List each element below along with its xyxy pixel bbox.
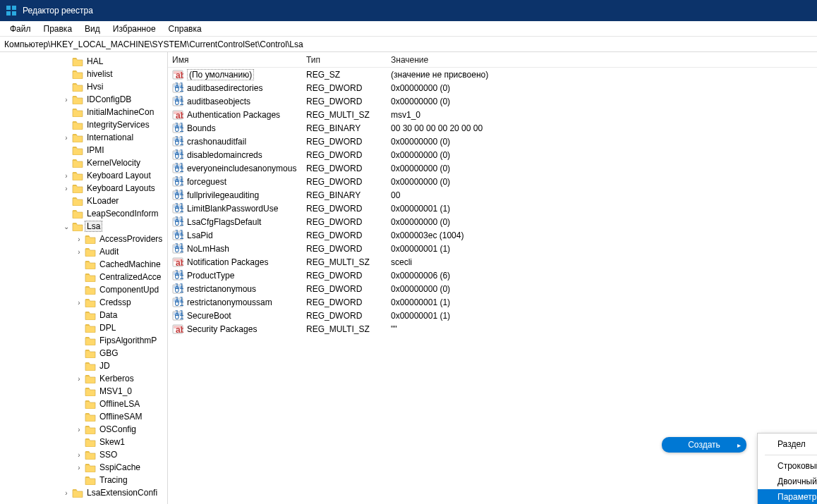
binary-value-icon	[172, 96, 183, 107]
tree-item-label: JD	[97, 360, 112, 371]
col-header-type[interactable]: Тип	[302, 55, 387, 65]
tree-panel[interactable]: HALhivelistHvsi›IDConfigDBInitialMachine…	[0, 52, 168, 504]
tree-item[interactable]: ›Kerberos	[0, 372, 167, 385]
chevron-right-icon[interactable]: ›	[61, 489, 72, 497]
tree-item[interactable]: HAL	[0, 55, 167, 68]
chevron-right-icon[interactable]: ›	[73, 235, 85, 243]
context-menu-item[interactable]: Двоичный параметр	[758, 474, 817, 489]
chevron-right-icon[interactable]: ›	[73, 451, 85, 459]
value-data: 0x00000000 (0)	[387, 164, 817, 173]
menu-item-0[interactable]: Файл	[4, 23, 37, 35]
menu-item-4[interactable]: Справка	[163, 23, 207, 35]
binary-value-icon	[172, 310, 183, 321]
value-row[interactable]: fullprivilegeauditingREG_BINARY00	[168, 188, 817, 202]
splitter[interactable]	[164, 52, 168, 504]
chevron-right-icon[interactable]: ›	[73, 248, 85, 256]
tree-item[interactable]: CentralizedAcce	[0, 271, 167, 283]
value-row[interactable]: Security PackagesREG_MULTI_SZ""	[168, 322, 817, 336]
value-type: REG_DWORD	[302, 164, 387, 173]
chevron-down-icon[interactable]: ⌄	[61, 223, 72, 231]
tree-item[interactable]: ›SSO	[0, 448, 167, 461]
value-row[interactable]: crashonauditfailREG_DWORD0x00000000 (0)	[168, 135, 817, 148]
chevron-right-icon[interactable]: ›	[61, 96, 72, 104]
tree-item[interactable]: KLoader	[0, 195, 167, 207]
tree-item[interactable]: OfflineSAM	[0, 410, 167, 423]
value-row[interactable]: ProductTypeREG_DWORD0x00000006 (6)	[168, 269, 817, 282]
value-row[interactable]: SecureBootREG_DWORD0x00000001 (1)	[168, 309, 817, 322]
chevron-right-icon[interactable]: ›	[61, 185, 72, 192]
tree-item[interactable]: IPMI	[0, 144, 167, 156]
value-type: REG_DWORD	[302, 217, 387, 227]
tree-item[interactable]: KernelVelocity	[0, 156, 167, 169]
tree-item[interactable]: ›Keyboard Layouts	[0, 182, 167, 195]
chevron-right-icon[interactable]: ›	[73, 426, 85, 434]
addressbar[interactable]: Компьютер\HKEY_LOCAL_MACHINE\SYSTEM\Curr…	[0, 37, 817, 52]
tree-item[interactable]: ›LsaExtensionConfi	[0, 486, 167, 499]
context-menu-item[interactable]: Параметр DWORD (32 бита)	[758, 489, 817, 504]
value-row[interactable]: auditbaseobjectsREG_DWORD0x00000000 (0)	[168, 94, 817, 108]
tree-item[interactable]: Skew1	[0, 436, 167, 448]
tree-item[interactable]: IntegrityServices	[0, 118, 167, 131]
list-header[interactable]: Имя Тип Значение	[168, 52, 817, 68]
tree-item[interactable]: Data	[0, 309, 167, 321]
tree-item[interactable]: LeapSecondInform	[0, 207, 167, 220]
submenu-create[interactable]: Создать ▸	[662, 437, 746, 453]
col-header-name[interactable]: Имя	[168, 55, 302, 65]
menu-item-2[interactable]: Вид	[79, 23, 106, 35]
folder-icon	[85, 412, 96, 422]
value-row[interactable]: restrictanonymousREG_DWORD0x00000000 (0)	[168, 282, 817, 295]
context-menu-item[interactable]: Строковый параметр	[758, 458, 817, 474]
value-row[interactable]: NoLmHashREG_DWORD0x00000001 (1)	[168, 242, 817, 255]
value-row[interactable]: everyoneincludesanonymousREG_DWORD0x0000…	[168, 161, 817, 175]
value-row[interactable]: Notification PackagesREG_MULTI_SZscecli	[168, 255, 817, 269]
value-row[interactable]: BoundsREG_BINARY00 30 00 00 00 20 00 00	[168, 121, 817, 135]
tree-item[interactable]: ⌄Lsa	[0, 220, 167, 233]
menu-item-1[interactable]: Правка	[38, 23, 78, 35]
menu-item-3[interactable]: Избранное	[107, 23, 162, 35]
tree-item[interactable]: ›Audit	[0, 245, 167, 258]
folder-icon	[72, 107, 83, 117]
tree-item[interactable]: ›International	[0, 131, 167, 144]
tree-item[interactable]: FipsAlgorithmP	[0, 334, 167, 347]
chevron-right-icon[interactable]: ›	[73, 464, 85, 472]
tree-item[interactable]: InitialMachineCon	[0, 106, 167, 118]
tree-item[interactable]: ›IDConfigDB	[0, 93, 167, 106]
value-row[interactable]: LimitBlankPasswordUseREG_DWORD0x00000001…	[168, 202, 817, 215]
chevron-right-icon[interactable]: ›	[61, 134, 72, 142]
value-row[interactable]: (По умолчанию)REG_SZ(значение не присвое…	[168, 68, 817, 81]
value-row[interactable]: LsaPidREG_DWORD0x000003ec (1004)	[168, 228, 817, 242]
value-name: auditbasedirectories	[187, 83, 262, 93]
value-row[interactable]: LsaCfgFlagsDefaultREG_DWORD0x00000000 (0…	[168, 215, 817, 228]
folder-icon	[72, 145, 83, 155]
tree-item[interactable]: CachedMachine	[0, 258, 167, 271]
tree-item[interactable]: ›OSConfig	[0, 423, 167, 436]
value-row[interactable]: disabledomaincredsREG_DWORD0x00000000 (0…	[168, 148, 817, 161]
value-row[interactable]: restrictanonymoussamREG_DWORD0x00000001 …	[168, 295, 817, 309]
tree-item[interactable]: GBG	[0, 347, 167, 359]
chevron-right-icon[interactable]: ›	[73, 299, 85, 307]
value-name: Notification Packages	[187, 257, 268, 267]
tree-item[interactable]: JD	[0, 359, 167, 372]
context-menu-item[interactable]: Раздел	[758, 436, 817, 452]
tree-item[interactable]: Hvsi	[0, 80, 167, 93]
col-header-data[interactable]: Значение	[387, 55, 817, 65]
context-menu[interactable]: РазделСтроковый параметрДвоичный парамет…	[757, 433, 817, 504]
tree-item[interactable]: OfflineLSA	[0, 398, 167, 410]
value-row[interactable]: auditbasedirectoriesREG_DWORD0x00000000 …	[168, 81, 817, 94]
value-row[interactable]: Authentication PackagesREG_MULTI_SZmsv1_…	[168, 108, 817, 121]
folder-icon	[72, 183, 83, 193]
tree-item[interactable]: ›AccessProviders	[0, 233, 167, 245]
chevron-right-icon[interactable]: ›	[73, 375, 85, 383]
tree-item[interactable]: MSV1_0	[0, 385, 167, 398]
tree-item[interactable]: ›Keyboard Layout	[0, 169, 167, 182]
tree-item[interactable]: ›Credssp	[0, 296, 167, 309]
value-row[interactable]: forceguestREG_DWORD0x00000000 (0)	[168, 175, 817, 188]
listview-panel[interactable]: Имя Тип Значение (По умолчанию)REG_SZ(зн…	[168, 52, 817, 504]
folder-icon	[72, 221, 83, 231]
tree-item[interactable]: Tracing	[0, 474, 167, 486]
chevron-right-icon[interactable]: ›	[61, 172, 72, 180]
tree-item[interactable]: DPL	[0, 321, 167, 334]
tree-item[interactable]: hivelist	[0, 68, 167, 80]
tree-item[interactable]: ComponentUpd	[0, 283, 167, 296]
tree-item[interactable]: ›SspiCache	[0, 461, 167, 474]
